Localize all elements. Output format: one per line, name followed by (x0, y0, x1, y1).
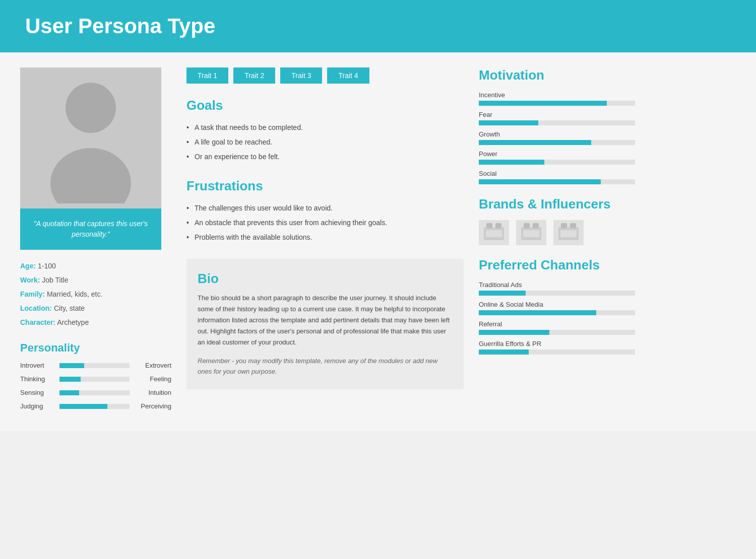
motivation-label: Incentive (479, 91, 635, 99)
personality-bar (59, 363, 130, 368)
bio-note: Remember - you may modify this template,… (198, 356, 453, 377)
profile-location: Location: City, state (20, 301, 171, 315)
personality-bar (59, 404, 130, 409)
personality-left-label: Sensing (20, 389, 55, 396)
family-label: Family: (20, 290, 45, 298)
trait-button-2[interactable]: Trait 2 (233, 67, 275, 84)
channels-title: Preferred Channels (479, 257, 635, 273)
channel-rows: Traditional Ads Online & Social Media Re… (479, 281, 635, 355)
goal-item: Or an experience to be felt. (186, 150, 464, 164)
channel-row: Guerrilla Efforts & PR (479, 340, 635, 355)
quote-box: "A quotation that captures this user's p… (20, 208, 161, 250)
avatar-silhouette-icon (45, 73, 136, 203)
personality-left-label: Thinking (20, 375, 55, 383)
profile-age: Age: 1-100 (20, 259, 171, 273)
personality-row: Thinking Feeling (20, 375, 171, 383)
personality-bar-fill (59, 390, 79, 395)
avatar-box (20, 67, 161, 208)
personality-rows: Introvert Extrovert Thinking Feeling Sen… (20, 362, 171, 410)
svg-rect-5 (486, 230, 502, 237)
quote-text: "A quotation that captures this user's p… (29, 219, 152, 240)
motivation-rows: Incentive Fear Growth Power Social (479, 91, 635, 184)
channel-bar-bg (479, 291, 635, 296)
motivation-title: Motivation (479, 67, 635, 83)
motivation-bar-fill (479, 160, 544, 165)
trait-button-1[interactable]: Trait 1 (186, 67, 228, 84)
goals-title: Goals (186, 98, 464, 113)
bio-title: Bio (198, 271, 453, 287)
channel-bar-bg (479, 350, 635, 355)
trait-button-3[interactable]: Trait 3 (280, 67, 322, 84)
age-value: 1-100 (38, 262, 56, 270)
page-title: User Persona Type (25, 14, 731, 38)
channel-bar-fill (479, 310, 596, 315)
personality-row: Introvert Extrovert (20, 362, 171, 369)
location-value: City, state (54, 304, 85, 312)
channel-row: Online & Social Media (479, 301, 635, 315)
main-content: "A quotation that captures this user's p… (0, 52, 756, 431)
work-value: Job Title (42, 276, 68, 284)
channel-row: Traditional Ads (479, 281, 635, 296)
svg-point-0 (66, 83, 116, 133)
personality-left-label: Introvert (20, 362, 55, 369)
svg-rect-7 (524, 223, 530, 228)
personality-right-label: Feeling (134, 375, 171, 383)
svg-point-1 (50, 148, 131, 203)
motivation-bar-fill (479, 101, 607, 106)
frustration-item: An obstacle that prevents this user from… (186, 216, 464, 230)
goals-section: Goals A task that needs to be completed.… (186, 98, 464, 164)
motivation-label: Power (479, 150, 635, 158)
motivation-bar-fill (479, 120, 538, 125)
frustrations-list: The challenges this user would like to a… (186, 201, 464, 245)
motivation-section: Motivation Incentive Fear Growth Power S… (479, 67, 635, 184)
character-label: Character: (20, 318, 55, 326)
motivation-row: Fear (479, 111, 635, 125)
bio-box: Bio The bio should be a short paragraph … (186, 259, 464, 389)
channel-bar-fill (479, 350, 529, 355)
motivation-bar-bg (479, 140, 635, 145)
personality-bar-fill (59, 404, 107, 409)
svg-rect-13 (560, 230, 577, 237)
personality-right-label: Intuition (134, 389, 171, 396)
motivation-row: Social (479, 170, 635, 184)
profile-work: Work: Job Title (20, 273, 171, 287)
motivation-bar-fill (479, 179, 601, 184)
personality-bar (59, 377, 130, 382)
channel-label: Guerrilla Efforts & PR (479, 340, 635, 347)
frustrations-title: Frustrations (186, 178, 464, 194)
personality-bar (59, 390, 130, 395)
motivation-bar-bg (479, 160, 635, 165)
personality-left-label: Judging (20, 402, 55, 410)
channels-section: Preferred Channels Traditional Ads Onlin… (479, 257, 635, 355)
bio-text: The bio should be a short paragraph to d… (198, 293, 453, 348)
personality-bar-fill (59, 363, 84, 368)
right-column: Motivation Incentive Fear Growth Power S… (479, 67, 635, 416)
motivation-label: Fear (479, 111, 635, 118)
personality-bar-fill (59, 377, 81, 382)
family-value: Married, kids, etc. (47, 290, 102, 298)
brand-icon-2 (516, 220, 546, 245)
traits-row: Trait 1Trait 2Trait 3Trait 4 (186, 67, 464, 84)
svg-rect-12 (570, 223, 576, 228)
work-label: Work: (20, 276, 40, 284)
brands-title: Brands & Influencers (479, 196, 635, 212)
motivation-bar-fill (479, 140, 591, 145)
trait-button-4[interactable]: Trait 4 (327, 67, 369, 84)
personality-row: Sensing Intuition (20, 389, 171, 396)
left-column: "A quotation that captures this user's p… (20, 67, 171, 416)
middle-column: Trait 1Trait 2Trait 3Trait 4 Goals A tas… (186, 67, 464, 416)
goal-item: A life goal to be reached. (186, 135, 464, 150)
channel-bar-fill (479, 330, 549, 335)
goal-item: A task that needs to be completed. (186, 120, 464, 135)
channel-bar-bg (479, 330, 635, 335)
frustrations-section: Frustrations The challenges this user wo… (186, 178, 464, 245)
svg-rect-11 (561, 223, 567, 228)
channel-bar-bg (479, 310, 635, 315)
motivation-bar-bg (479, 120, 635, 125)
location-label: Location: (20, 304, 52, 312)
motivation-row: Incentive (479, 91, 635, 106)
channel-bar-fill (479, 291, 526, 296)
channel-row: Referral (479, 320, 635, 335)
channel-label: Referral (479, 320, 635, 328)
age-label: Age: (20, 262, 36, 270)
